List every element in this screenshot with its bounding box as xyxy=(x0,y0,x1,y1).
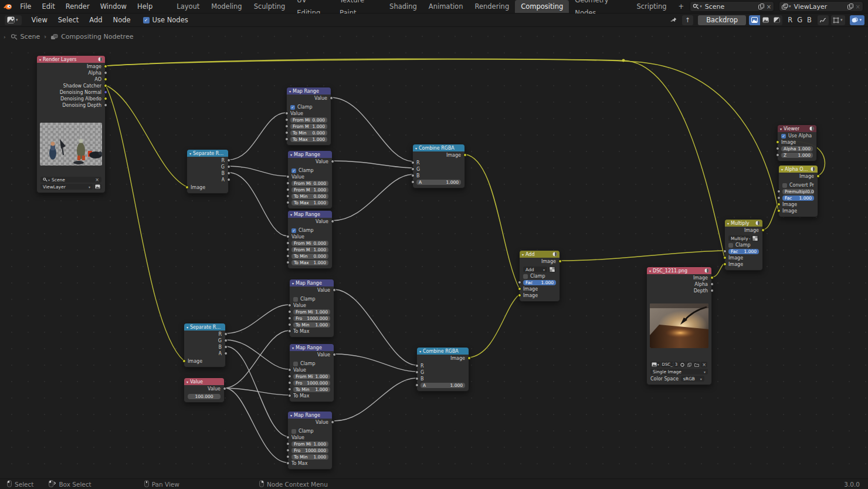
value-field-from-m[interactable]: From M1.000 xyxy=(288,187,332,193)
node-header[interactable]: ▾Map Range xyxy=(290,279,334,286)
editor-menu-view[interactable]: View xyxy=(26,14,53,26)
value-field-from-mi[interactable]: From Mi0.000 xyxy=(288,240,332,247)
blender-logo-icon[interactable] xyxy=(0,3,15,10)
input-socket[interactable] xyxy=(288,310,291,313)
output-socket[interactable] xyxy=(224,339,228,342)
input-socket[interactable] xyxy=(286,261,290,264)
output-socket[interactable] xyxy=(558,259,562,263)
tab-modeling[interactable]: Modeling xyxy=(205,0,247,13)
input-socket[interactable] xyxy=(776,153,779,157)
material-preview-sphere-icon[interactable] xyxy=(811,167,815,171)
output-socket[interactable] xyxy=(710,289,714,292)
close-icon[interactable]: × xyxy=(767,4,771,10)
input-socket[interactable] xyxy=(777,203,781,206)
input-socket[interactable] xyxy=(286,201,290,204)
node-header[interactable]: ▾Value xyxy=(184,378,224,385)
menu-window[interactable]: Window xyxy=(95,0,132,13)
input-socket[interactable] xyxy=(723,262,727,266)
node-header[interactable]: ▾Separate RGBA xyxy=(187,150,228,157)
checkbox-row-clamp[interactable]: ✓Clamp xyxy=(288,227,332,234)
collapse-icon[interactable]: ▾ xyxy=(780,127,782,131)
node-map-range-3[interactable]: ▾Map RangeValue✓ClampValueFrom Mi0.000Fr… xyxy=(287,210,333,269)
value-field-to-min[interactable]: To Min1.000 xyxy=(288,454,332,460)
output-socket[interactable] xyxy=(330,96,333,100)
input-socket[interactable] xyxy=(518,287,521,291)
output-socket[interactable] xyxy=(104,77,107,81)
output-socket[interactable] xyxy=(467,356,471,360)
tab-layout[interactable]: Layout xyxy=(171,0,205,13)
output-socket[interactable] xyxy=(227,165,230,168)
output-socket[interactable] xyxy=(104,65,107,68)
input-socket[interactable] xyxy=(288,329,291,333)
input-socket[interactable] xyxy=(411,174,415,177)
input-socket[interactable] xyxy=(285,124,289,128)
parent-up-button[interactable]: ↑ xyxy=(682,15,693,25)
node-image-dsc-1211[interactable]: ▾DSC_1211.pngImageAlphaDepth▾DSC_121..3×… xyxy=(646,267,712,385)
checker-texture-button[interactable] xyxy=(548,267,556,272)
checkbox-row-clamp[interactable]: Clamp xyxy=(725,242,762,248)
backdrop-button[interactable]: Backdrop xyxy=(698,15,746,25)
value-field-from-mi[interactable]: From Mi1.000 xyxy=(290,309,334,315)
input-socket[interactable] xyxy=(286,455,290,458)
value-field-premultipl[interactable]: Premultipl0.000 xyxy=(779,188,818,195)
node-header[interactable]: ▾Map Range xyxy=(288,211,332,218)
input-socket[interactable] xyxy=(286,254,290,258)
new-copy-icon[interactable] xyxy=(847,4,853,9)
snap-grid-dropdown[interactable]: ▾ xyxy=(831,15,846,25)
checkbox-row-clamp[interactable]: Clamp xyxy=(290,296,334,302)
node-header[interactable]: ▾Map Range xyxy=(288,412,332,419)
tab-scripting[interactable]: Scripting xyxy=(630,0,672,13)
tab-shading[interactable]: Shading xyxy=(384,0,423,13)
input-socket[interactable] xyxy=(185,186,189,189)
output-socket[interactable] xyxy=(333,288,336,292)
value-field-from-m[interactable]: From M1.000 xyxy=(287,123,331,130)
output-socket[interactable] xyxy=(331,220,334,223)
input-socket[interactable] xyxy=(286,188,290,191)
output-socket[interactable] xyxy=(104,97,107,100)
material-preview-sphere-icon[interactable] xyxy=(552,252,557,257)
menu-help[interactable]: Help xyxy=(132,0,158,13)
value-field-fro[interactable]: Fro1000.000 xyxy=(290,315,334,322)
input-socket[interactable] xyxy=(288,375,291,378)
output-socket[interactable] xyxy=(104,90,107,94)
scene-selector[interactable]: ▾ Scene × xyxy=(690,1,774,12)
value-field-a[interactable]: A1.000 xyxy=(417,382,469,389)
node-header[interactable]: ▾Map Range xyxy=(290,344,334,351)
blend-mode-dropdown[interactable]: Add▾ xyxy=(523,267,547,272)
output-socket[interactable] xyxy=(227,171,230,175)
input-socket[interactable] xyxy=(286,248,290,251)
checkbox-row-clamp[interactable]: ✓Clamp xyxy=(287,104,331,110)
output-socket[interactable] xyxy=(331,160,334,163)
input-socket[interactable] xyxy=(286,436,290,439)
material-preview-sphere-icon[interactable] xyxy=(98,57,103,62)
value-field-to-min[interactable]: To Min1.000 xyxy=(290,322,334,328)
input-socket[interactable] xyxy=(286,241,290,245)
output-socket[interactable] xyxy=(224,345,228,349)
blend-mode-dropdown[interactable]: Multiply▾ xyxy=(728,235,750,241)
input-socket[interactable] xyxy=(723,256,727,259)
input-socket[interactable] xyxy=(288,323,291,326)
checkbox-row-use-alpha[interactable]: ✓Use Alpha xyxy=(778,133,816,139)
node-header[interactable]: ▾Map Range xyxy=(288,151,332,158)
input-socket[interactable] xyxy=(411,167,415,171)
input-socket[interactable] xyxy=(415,364,419,367)
collapse-icon[interactable]: ▾ xyxy=(289,89,291,93)
node-header[interactable]: ▾Multiply xyxy=(725,220,762,227)
node-header[interactable]: ▾Add xyxy=(520,251,560,258)
value-field-to-min[interactable]: To Min0.000 xyxy=(288,253,332,259)
blend-mode-dropdown[interactable]: Single Image▾ xyxy=(650,369,708,375)
expand-arrow-icon[interactable]: › xyxy=(4,34,6,40)
node-add[interactable]: ▾AddImageAdd▾ClampFac1.000ImageImage xyxy=(519,250,560,302)
fake-user-icon[interactable] xyxy=(679,362,686,367)
input-socket[interactable] xyxy=(286,461,290,465)
value-field-to-max[interactable]: To Max1.000 xyxy=(288,200,332,206)
collapse-icon[interactable]: ▾ xyxy=(522,252,524,257)
output-socket[interactable] xyxy=(761,228,765,232)
input-socket[interactable] xyxy=(415,377,419,380)
input-socket[interactable] xyxy=(723,249,727,253)
tab-compositing[interactable]: Compositing xyxy=(515,0,569,13)
node-map-range-5[interactable]: ▾Map RangeValueClampValueFrom Mi1.000Fro… xyxy=(289,343,334,402)
use-nodes-toggle[interactable]: ✓ Use Nodes xyxy=(143,16,188,24)
colorspace-dropdown[interactable]: sRGB▾ xyxy=(681,376,704,382)
input-socket[interactable] xyxy=(288,394,291,397)
